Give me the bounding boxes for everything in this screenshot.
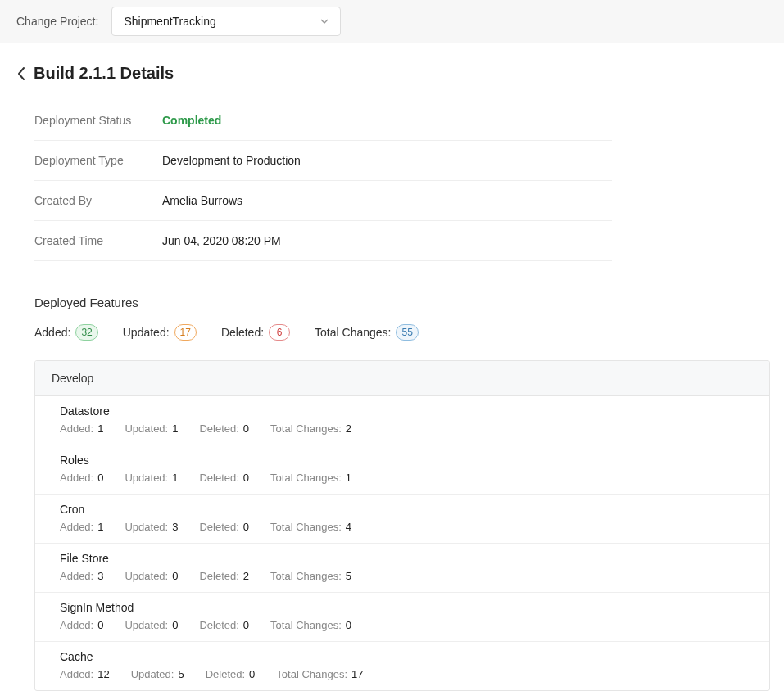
stat-added: Added:1 <box>60 521 103 533</box>
stat-deleted: Deleted:0 <box>199 619 249 631</box>
meta-row: Created ByAmelia Burrows <box>34 181 612 221</box>
feature-panel: Develop DatastoreAdded:1Updated:1Deleted… <box>34 360 770 691</box>
stat-updated: Updated:5 <box>131 668 184 680</box>
stat-value: 2 <box>346 422 351 435</box>
stat-added: Added:12 <box>60 668 110 680</box>
stat-value: 0 <box>172 619 178 631</box>
stat-value: 12 <box>97 668 109 680</box>
feature-name: Cache <box>60 650 745 663</box>
stat-added: Added:3 <box>60 570 103 582</box>
summary-deleted-label: Deleted: <box>221 326 264 339</box>
stat-value: 0 <box>97 619 103 631</box>
caret-down-icon <box>320 19 329 24</box>
stat-label: Added: <box>60 521 93 533</box>
summary-added: Added: 32 <box>34 324 98 341</box>
stat-deleted: Deleted:0 <box>199 521 249 533</box>
stat-label: Total Changes: <box>270 472 342 484</box>
stat-total: Total Changes:4 <box>270 521 351 533</box>
stat-added: Added:0 <box>60 472 103 484</box>
stat-value: 0 <box>243 521 249 533</box>
stat-label: Added: <box>60 422 93 435</box>
stat-updated: Updated:3 <box>125 521 178 533</box>
feature-stats: Added:0Updated:0Deleted:0Total Changes:0 <box>60 619 745 631</box>
back-button[interactable] <box>16 66 25 81</box>
summary-total-label: Total Changes: <box>315 326 391 339</box>
stat-value: 3 <box>172 521 178 533</box>
stat-deleted: Deleted:0 <box>199 422 249 435</box>
stat-updated: Updated:1 <box>125 422 178 435</box>
stat-label: Updated: <box>125 472 168 484</box>
stat-value: 3 <box>97 570 103 582</box>
panel-header: Develop <box>35 361 769 396</box>
stat-label: Deleted: <box>206 668 245 680</box>
feature-stats: Added:3Updated:0Deleted:2Total Changes:5 <box>60 570 745 582</box>
feature-rows: DatastoreAdded:1Updated:1Deleted:0Total … <box>35 396 769 690</box>
stat-deleted: Deleted:0 <box>199 472 249 484</box>
stat-value: 17 <box>351 668 363 680</box>
stat-total: Total Changes:1 <box>270 472 351 484</box>
stat-label: Deleted: <box>199 422 238 435</box>
feature-stats: Added:0Updated:1Deleted:0Total Changes:1 <box>60 472 745 484</box>
stat-updated: Updated:0 <box>125 619 178 631</box>
stat-total: Total Changes:0 <box>270 619 351 631</box>
stat-value: 5 <box>178 668 184 680</box>
stat-label: Total Changes: <box>270 422 342 435</box>
feature-row: DatastoreAdded:1Updated:1Deleted:0Total … <box>35 396 769 445</box>
stat-value: 1 <box>97 422 103 435</box>
stat-value: 4 <box>346 521 351 533</box>
stat-value: 0 <box>172 570 178 582</box>
stat-label: Deleted: <box>199 570 238 582</box>
summary-updated-label: Updated: <box>123 326 170 339</box>
project-select[interactable]: ShipmentTracking <box>111 7 341 36</box>
content-area: Build 2.1.1 Details Deployment StatusCom… <box>0 43 784 691</box>
status-badge: Completed <box>162 114 221 127</box>
feature-row: RolesAdded:0Updated:1Deleted:0Total Chan… <box>35 445 769 495</box>
deployed-features-title: Deployed Features <box>34 296 768 309</box>
stat-updated: Updated:0 <box>125 570 178 582</box>
change-project-label: Change Project: <box>16 15 98 28</box>
meta-value: Development to Production <box>162 154 301 167</box>
feature-name: Datastore <box>60 404 745 418</box>
stat-label: Deleted: <box>199 472 238 484</box>
stat-value: 0 <box>97 472 103 484</box>
stat-label: Updated: <box>131 668 174 680</box>
stat-label: Updated: <box>125 521 168 533</box>
feature-name: Roles <box>60 454 745 467</box>
stat-value: 0 <box>249 668 255 680</box>
feature-stats: Added:1Updated:3Deleted:0Total Changes:4 <box>60 521 745 533</box>
project-select-value: ShipmentTracking <box>124 15 215 28</box>
stat-value: 0 <box>346 619 351 631</box>
summary-deleted-value: 6 <box>269 324 290 341</box>
feature-name: SignIn Method <box>60 601 745 614</box>
stat-total: Total Changes:5 <box>270 570 351 582</box>
summary-total: Total Changes: 55 <box>315 324 419 341</box>
feature-row: CronAdded:1Updated:3Deleted:0Total Chang… <box>35 495 769 544</box>
feature-row: SignIn MethodAdded:0Updated:0Deleted:0To… <box>35 593 769 642</box>
stat-added: Added:0 <box>60 619 103 631</box>
summary-row: Added: 32 Updated: 17 Deleted: 6 Total C… <box>34 324 768 341</box>
summary-deleted: Deleted: 6 <box>221 324 290 341</box>
meta-row: Deployment StatusCompleted <box>34 114 612 141</box>
meta-label: Created Time <box>34 234 162 247</box>
stat-label: Deleted: <box>199 619 238 631</box>
stat-value: 0 <box>243 619 249 631</box>
stat-label: Updated: <box>125 570 168 582</box>
feature-stats: Added:12Updated:5Deleted:0Total Changes:… <box>60 668 745 680</box>
feature-row: File StoreAdded:3Updated:0Deleted:2Total… <box>35 544 769 593</box>
stat-value: 1 <box>172 472 178 484</box>
stat-value: 0 <box>243 422 249 435</box>
feature-stats: Added:1Updated:1Deleted:0Total Changes:2 <box>60 422 745 435</box>
stat-value: 1 <box>172 422 178 435</box>
stat-total: Total Changes:17 <box>276 668 363 680</box>
stat-label: Updated: <box>125 619 168 631</box>
meta-label: Deployment Type <box>34 154 162 167</box>
meta-row: Created TimeJun 04, 2020 08:20 PM <box>34 221 612 261</box>
stat-label: Total Changes: <box>270 619 342 631</box>
meta-label: Created By <box>34 194 162 207</box>
stat-label: Total Changes: <box>270 570 342 582</box>
stat-updated: Updated:1 <box>125 472 178 484</box>
stat-total: Total Changes:2 <box>270 422 351 435</box>
meta-value: Jun 04, 2020 08:20 PM <box>162 234 281 247</box>
page-header: Build 2.1.1 Details <box>16 64 768 83</box>
feature-name: Cron <box>60 503 745 516</box>
